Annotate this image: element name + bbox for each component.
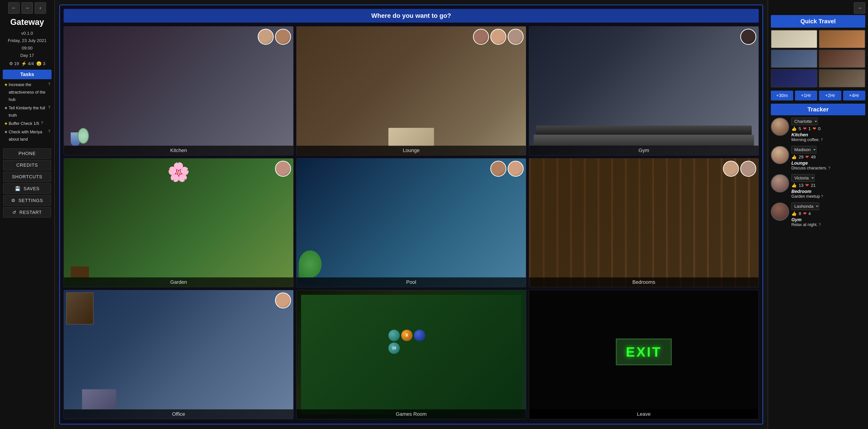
date-text: Friday, 23 July 2021	[8, 37, 46, 44]
tracker-entry-charlotte: Charlotte 👍 5 ❤ 1 ❤ 0 Kitchen Morning co…	[771, 118, 865, 142]
avatar-lounge-1	[473, 29, 489, 45]
left-sidebar: ← → ‹ Gateway v0.1.0 Friday, 23 July 202…	[0, 0, 55, 429]
tracker-help-lashonda[interactable]: ?	[819, 223, 821, 227]
avatar-pool-1	[490, 161, 506, 177]
tracker-location-victoria: Bedroom	[792, 189, 865, 194]
settings-button[interactable]: ⚙ SETTINGS	[3, 195, 51, 206]
thumb-icon-l: 👍	[792, 211, 797, 216]
task-help-1[interactable]: ?	[48, 81, 50, 88]
task-star-1: ★	[4, 81, 8, 88]
location-bedrooms[interactable]: Bedrooms	[529, 158, 759, 287]
tracker-info-madison: Madison 👍 29 ❤ 49 Lounge Discuss charact…	[792, 146, 865, 171]
qt-thumb-6[interactable]	[819, 69, 865, 87]
location-grid: Kitchen Lounge	[64, 26, 759, 419]
tracker-select-madison[interactable]: Madison	[792, 146, 816, 153]
time-btn-2hr[interactable]: +2Hr	[819, 91, 841, 101]
couch-decor	[389, 128, 434, 146]
task-item-2: ★ Tell Kimberly the full truth ?	[4, 104, 50, 119]
credits-button[interactable]: CREDITS	[3, 160, 51, 170]
pool-label: Pool	[297, 278, 526, 287]
avatar-kitchen-2	[275, 29, 291, 45]
qt-thumb-5[interactable]	[771, 69, 817, 87]
garden-avatars	[275, 161, 291, 177]
kitchen-avatars	[258, 29, 291, 45]
restart-button[interactable]: ↺ RESTART	[3, 207, 51, 218]
tracker-select-victoria[interactable]: Victoria	[792, 174, 815, 182]
avatar-lounge-3	[508, 29, 524, 45]
qt-thumb-3[interactable]	[771, 50, 817, 68]
travel-header: Where do you want to go?	[64, 9, 759, 23]
back-button[interactable]: ←	[8, 2, 20, 14]
bedrooms-avatars	[723, 161, 756, 177]
main-content: Where do you want to go? Kitchen	[55, 0, 768, 429]
tracker-header: Tracker	[771, 104, 865, 115]
location-lounge[interactable]: Lounge	[296, 26, 526, 155]
task-text-1: Increase the attractiveness of the hub	[9, 81, 46, 103]
tracker-select-row-charlotte: Charlotte	[792, 118, 865, 125]
lightning-stat: ⚡ 4/4	[21, 60, 34, 67]
tracker-stats-lashonda: 👍 8 ❤ 4	[792, 211, 865, 216]
tracker-avatar-victoria	[771, 174, 789, 193]
avatar-lounge-2	[490, 29, 506, 45]
time-buttons: +30m +1Hr +2Hr +4Hr	[771, 91, 865, 101]
heart-icon-m: ❤	[805, 154, 809, 160]
tracker-select-charlotte[interactable]: Charlotte	[792, 118, 818, 125]
tracker-action-madison: Discuss characters. ?	[792, 166, 865, 171]
task-star-3: ★	[4, 120, 8, 127]
location-leave[interactable]: EXIT Leave	[529, 290, 759, 419]
location-gym[interactable]: Gym	[529, 26, 759, 155]
tracker-action-lashonda: Relax at night. ?	[792, 222, 865, 227]
ball-3	[414, 330, 425, 341]
forward-button[interactable]: →	[22, 2, 33, 14]
quick-travel-header: Quick Travel	[771, 15, 865, 28]
saves-button[interactable]: 💾 SAVES	[3, 183, 51, 194]
task-item-1: ★ Increase the attractiveness of the hub…	[4, 81, 50, 103]
right-nav-arrow[interactable]: →	[854, 2, 865, 14]
phone-button[interactable]: PHONE	[3, 148, 51, 159]
tracker-avatar-madison	[771, 146, 789, 164]
tracker-help-madison[interactable]: ?	[828, 166, 830, 170]
shortcuts-button[interactable]: SHORTCUTS	[3, 172, 51, 182]
leave-label: Leave	[529, 409, 758, 419]
time-btn-1hr[interactable]: +1Hr	[795, 91, 817, 101]
avatar-garden-1	[275, 161, 291, 177]
task-star-4: ★	[4, 128, 8, 136]
location-pool[interactable]: Pool	[296, 158, 526, 287]
right-sidebar: → Quick Travel +30m +1Hr +2Hr +4Hr Track…	[768, 0, 868, 429]
qt-thumb-1[interactable]	[771, 30, 817, 48]
tracker-select-lashonda[interactable]: Lashonda	[792, 202, 819, 210]
location-kitchen[interactable]: Kitchen	[64, 26, 293, 155]
tracker-info-charlotte: Charlotte 👍 5 ❤ 1 ❤ 0 Kitchen Morning co…	[792, 118, 865, 142]
task-help-2[interactable]: ?	[48, 104, 50, 111]
task-help-3[interactable]: ?	[41, 120, 43, 126]
shelf-decor	[66, 292, 93, 324]
task-help-4[interactable]: ?	[48, 128, 50, 135]
lounge-label: Lounge	[297, 146, 526, 155]
heart-icon: ❤	[803, 126, 807, 131]
location-garden[interactable]: 🌸 Garden	[64, 158, 293, 287]
tracker-stats-madison: 👍 29 ❤ 49	[792, 154, 865, 160]
location-games-room[interactable]: 8 10 Games Room	[296, 290, 526, 419]
qt-thumb-2[interactable]	[819, 30, 865, 48]
qt-thumb-4[interactable]	[819, 50, 865, 68]
time-btn-4hr[interactable]: +4Hr	[843, 91, 866, 101]
tracker-help-charlotte[interactable]: ?	[821, 138, 823, 142]
kitchen-label: Kitchen	[64, 146, 293, 155]
location-office[interactable]: Office	[64, 290, 293, 419]
tracker-help-victoria[interactable]: ?	[821, 195, 823, 198]
tracker-info-victoria: Victoria 👍 13 ❤ 21 Bedroom Garden meetup…	[792, 174, 865, 199]
angry-stat: 😠 3	[36, 60, 45, 67]
tracker-avatar-lashonda	[771, 202, 789, 221]
bedrooms-label: Bedrooms	[529, 278, 758, 287]
task-text-4: Check with Meriya about land	[9, 128, 46, 143]
collapse-button[interactable]: ‹	[35, 2, 46, 14]
ball-2: 8	[401, 330, 412, 341]
office-label: Office	[64, 409, 293, 419]
chair-decor	[82, 389, 116, 410]
tasks-list: ★ Increase the attractiveness of the hub…	[3, 81, 52, 144]
tracker-action-victoria: Garden meetup ?	[792, 194, 865, 199]
task-text-2: Tell Kimberly the full truth	[9, 104, 46, 119]
task-star-2: ★	[4, 104, 8, 112]
pool-plant-decor	[299, 251, 321, 278]
time-btn-30m[interactable]: +30m	[771, 91, 793, 101]
